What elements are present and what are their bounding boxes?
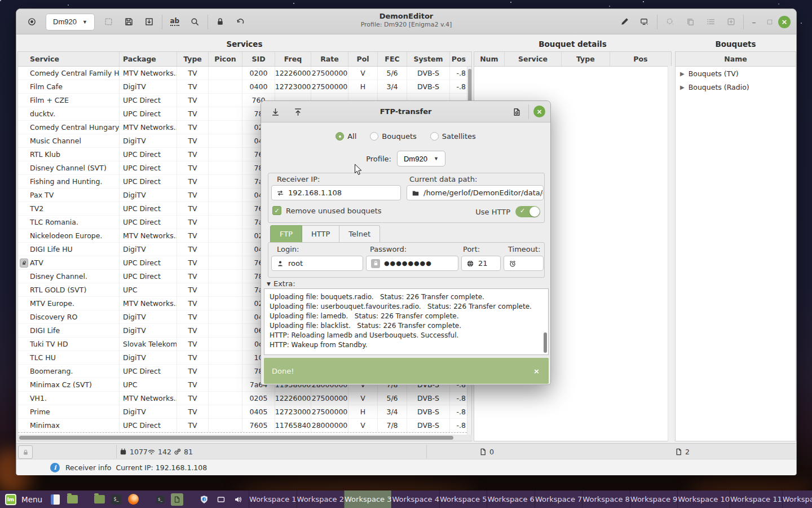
cell-service[interactable]: Boomerang. xyxy=(18,365,120,378)
list-button[interactable] xyxy=(701,12,720,32)
bouquet-item[interactable]: ▶Bouquets (TV) xyxy=(676,67,796,80)
edit-button[interactable] xyxy=(615,12,634,32)
cell-type[interactable]: TV xyxy=(177,161,209,175)
data-path-input[interactable]: /home/gerlof/DemonEditor/data/enig xyxy=(407,185,544,200)
cell-service[interactable]: TV2 xyxy=(18,202,120,216)
cell-pol[interactable]: V xyxy=(348,392,378,405)
cell-service[interactable]: RTL Klub xyxy=(18,148,120,161)
cell-fec[interactable]: 7/8 xyxy=(378,419,407,432)
cell-picon[interactable] xyxy=(209,148,242,161)
cell-picon[interactable] xyxy=(209,107,242,121)
column-header-pos[interactable]: Pos xyxy=(610,52,671,66)
cell-fec[interactable]: 3/4 xyxy=(378,80,407,94)
cell-package[interactable]: UPC Direct xyxy=(120,107,177,121)
firewall-tray-icon[interactable]: i xyxy=(198,493,210,506)
cell-picon[interactable] xyxy=(209,256,242,270)
cell-type[interactable]: TV xyxy=(177,256,209,270)
workspace-button[interactable]: Workspace 8 xyxy=(582,491,629,508)
workspace-button[interactable]: Workspace 11 xyxy=(730,491,782,508)
workspace-button[interactable]: Workspace 6 xyxy=(487,491,534,508)
cell-type[interactable]: TV xyxy=(177,392,209,405)
column-header-package[interactable]: Package xyxy=(120,52,177,66)
cell-picon[interactable] xyxy=(209,419,242,432)
cell-type[interactable]: TV xyxy=(177,189,209,202)
cell-type[interactable]: TV xyxy=(177,80,209,94)
cell-service[interactable]: Disney Channel (SVT) xyxy=(18,161,120,175)
cell-fec[interactable]: 3/4 xyxy=(378,405,407,419)
cell-type[interactable]: TV xyxy=(177,297,209,310)
cell-package[interactable]: UPC Direct xyxy=(120,175,177,189)
expander-arrow-icon[interactable]: ▶ xyxy=(680,71,685,77)
cell-type[interactable]: TV xyxy=(177,338,209,351)
cell-service[interactable]: ducktv. xyxy=(18,107,120,121)
cell-picon[interactable] xyxy=(209,310,242,324)
cell-service[interactable]: RTL GOLD (SVT) xyxy=(18,283,120,297)
cell-rate[interactable]: 28000000 xyxy=(311,419,348,432)
view-log-file-button[interactable] xyxy=(509,105,524,119)
maximize-button[interactable] xyxy=(762,15,777,29)
cell-picon[interactable] xyxy=(209,175,242,189)
dialog-header[interactable]: FTP-transfer × xyxy=(261,101,550,122)
demoneditor-window-button[interactable] xyxy=(171,493,183,506)
cell-fec[interactable]: 5/6 xyxy=(378,67,407,80)
cell-pos[interactable]: -.8 xyxy=(450,405,467,419)
column-header-system[interactable]: System xyxy=(407,52,450,66)
cell-package[interactable]: DigiTV xyxy=(120,80,177,94)
display-tray-icon[interactable] xyxy=(215,493,227,506)
workspace-button[interactable]: Workspace 1 xyxy=(249,491,296,508)
cell-pol[interactable]: H xyxy=(348,405,378,419)
tab-telnet[interactable]: Telnet xyxy=(339,225,380,243)
workspace-button[interactable]: Workspace 3 xyxy=(344,491,391,508)
column-header-rate[interactable]: Rate xyxy=(311,52,348,66)
cell-type[interactable]: TV xyxy=(177,67,209,80)
cell-pos[interactable]: -.8 xyxy=(450,419,467,432)
cell-type[interactable]: TV xyxy=(177,175,209,189)
cell-picon[interactable] xyxy=(209,270,242,283)
column-header-fec[interactable]: FEC xyxy=(378,52,407,66)
column-header-pos[interactable]: Pos xyxy=(450,52,467,66)
banner-close-icon[interactable]: × xyxy=(533,367,540,375)
service-row[interactable]: Film CafeDigiTVTV04001272300027500000H3/… xyxy=(18,80,471,94)
cell-package[interactable]: UPC Direct xyxy=(120,419,177,432)
timeout-input[interactable] xyxy=(504,256,544,271)
documents-launcher-icon[interactable] xyxy=(49,493,61,506)
cell-system[interactable]: DVB-S xyxy=(407,80,450,94)
cell-sid[interactable]: 7605 xyxy=(242,419,275,432)
transfer-log[interactable]: Uploading file: bouquets.radio. Status: … xyxy=(264,288,549,355)
cell-service[interactable]: Minimax Cz (SVT) xyxy=(18,378,120,392)
cell-system[interactable]: DVB-S xyxy=(407,419,450,432)
password-input[interactable]: ●●●●●●●● xyxy=(366,256,458,271)
cell-picon[interactable] xyxy=(209,365,242,378)
volume-tray-icon[interactable] xyxy=(232,493,244,506)
dialog-profile-dropdown[interactable]: Dm920▼ xyxy=(397,151,445,167)
cell-picon[interactable] xyxy=(209,121,242,134)
cell-freq[interactable]: 12226000 xyxy=(275,67,311,80)
cell-type[interactable]: TV xyxy=(177,283,209,297)
column-header-freq[interactable]: Freq xyxy=(275,52,311,66)
cell-picon[interactable] xyxy=(209,297,242,310)
column-header-picon[interactable]: Picon xyxy=(209,52,242,66)
tab-http[interactable]: HTTP xyxy=(302,225,339,243)
cell-service[interactable]: VH1. xyxy=(18,392,120,405)
cell-service[interactable]: Prime xyxy=(18,405,120,419)
menu-button[interactable]: lm xyxy=(5,493,17,506)
remove-unused-checkbox[interactable]: ✓ Remove unused bouquets xyxy=(272,206,382,215)
cell-type[interactable]: TV xyxy=(177,121,209,134)
cell-type[interactable]: TV xyxy=(177,148,209,161)
cell-system[interactable]: DVB-S xyxy=(407,67,450,80)
cell-package[interactable]: UPC Direct xyxy=(120,216,177,229)
cell-type[interactable]: TV xyxy=(177,365,209,378)
cell-package[interactable]: UPC xyxy=(120,283,177,297)
cell-picon[interactable] xyxy=(209,351,242,365)
cell-picon[interactable] xyxy=(209,243,242,256)
cell-picon[interactable] xyxy=(209,202,242,216)
lock-indicator-button[interactable] xyxy=(18,445,33,459)
cell-service[interactable]: TLC Romania. xyxy=(18,216,120,229)
cell-picon[interactable] xyxy=(209,94,242,107)
cell-picon[interactable] xyxy=(209,134,242,148)
cell-freq[interactable]: 11765840 xyxy=(275,419,311,432)
terminal-window-button[interactable]: $_ xyxy=(154,493,166,506)
cell-sid[interactable]: 0400 xyxy=(242,80,275,94)
log-scrollbar[interactable] xyxy=(543,290,548,355)
port-input[interactable]: 21 xyxy=(461,256,501,271)
